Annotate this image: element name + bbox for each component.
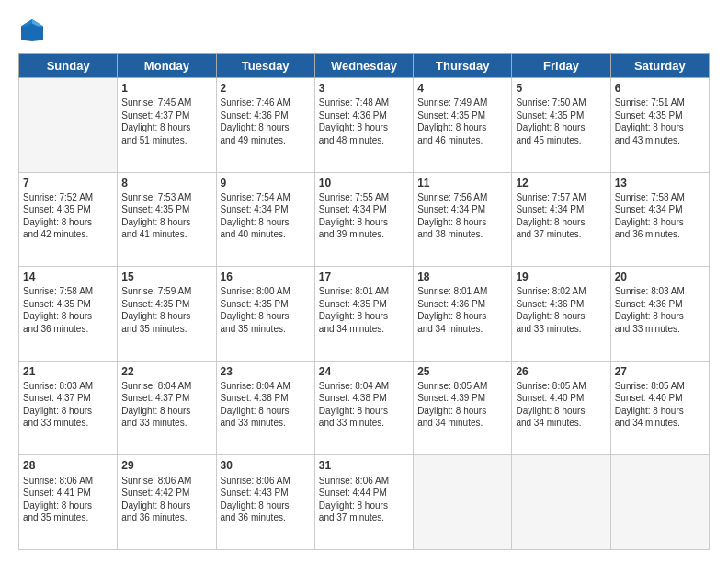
- day-number: 10: [319, 176, 409, 190]
- calendar-cell: 8Sunrise: 7:53 AM Sunset: 4:35 PM Daylig…: [118, 172, 216, 267]
- calendar-cell: 3Sunrise: 7:48 AM Sunset: 4:36 PM Daylig…: [314, 78, 413, 173]
- day-info: Sunrise: 8:06 AM Sunset: 4:44 PM Dayligh…: [319, 475, 409, 524]
- day-number: 30: [221, 458, 311, 473]
- day-number: 8: [121, 176, 211, 190]
- calendar-cell: [512, 455, 610, 550]
- day-number: 1: [121, 81, 211, 96]
- calendar-week-row: 21Sunrise: 8:03 AM Sunset: 4:37 PM Dayli…: [19, 361, 710, 455]
- calendar-cell: 30Sunrise: 8:06 AM Sunset: 4:43 PM Dayli…: [216, 455, 314, 550]
- day-number: 23: [221, 364, 311, 379]
- day-number: 24: [319, 364, 409, 379]
- calendar-cell: 17Sunrise: 8:01 AM Sunset: 4:35 PM Dayli…: [314, 267, 413, 362]
- day-number: 7: [23, 176, 113, 190]
- weekday-header: Friday: [512, 54, 610, 78]
- day-info: Sunrise: 7:55 AM Sunset: 4:34 PM Dayligh…: [319, 191, 409, 241]
- day-number: 3: [319, 81, 409, 96]
- day-number: 13: [615, 176, 705, 190]
- calendar-table: SundayMondayTuesdayWednesdayThursdayFrid…: [18, 53, 710, 550]
- day-number: 28: [23, 458, 113, 473]
- calendar-cell: 24Sunrise: 8:04 AM Sunset: 4:38 PM Dayli…: [314, 361, 413, 455]
- day-number: 27: [615, 364, 705, 379]
- calendar-cell: 13Sunrise: 7:58 AM Sunset: 4:34 PM Dayli…: [610, 172, 709, 267]
- weekday-header-row: SundayMondayTuesdayWednesdayThursdayFrid…: [19, 54, 710, 78]
- day-number: 14: [23, 270, 113, 284]
- day-number: 21: [23, 364, 113, 379]
- weekday-header: Tuesday: [216, 54, 314, 78]
- page: SundayMondayTuesdayWednesdayThursdayFrid…: [0, 0, 728, 563]
- calendar-cell: 4Sunrise: 7:49 AM Sunset: 4:35 PM Daylig…: [414, 78, 512, 173]
- day-info: Sunrise: 8:06 AM Sunset: 4:42 PM Dayligh…: [121, 475, 211, 524]
- day-info: Sunrise: 8:01 AM Sunset: 4:35 PM Dayligh…: [319, 285, 409, 335]
- calendar-cell: 1Sunrise: 7:45 AM Sunset: 4:37 PM Daylig…: [118, 78, 216, 173]
- calendar-cell: 14Sunrise: 7:58 AM Sunset: 4:35 PM Dayli…: [19, 267, 118, 362]
- calendar-cell: 27Sunrise: 8:05 AM Sunset: 4:40 PM Dayli…: [610, 361, 709, 455]
- calendar-cell: 7Sunrise: 7:52 AM Sunset: 4:35 PM Daylig…: [19, 172, 118, 267]
- weekday-header: Monday: [118, 54, 216, 78]
- logo-icon: [18, 17, 46, 44]
- calendar-cell: 29Sunrise: 8:06 AM Sunset: 4:42 PM Dayli…: [118, 455, 216, 550]
- day-number: 19: [516, 270, 606, 284]
- calendar-cell: [414, 455, 512, 550]
- day-info: Sunrise: 7:49 AM Sunset: 4:35 PM Dayligh…: [417, 97, 507, 146]
- day-info: Sunrise: 8:06 AM Sunset: 4:43 PM Dayligh…: [221, 475, 311, 524]
- day-info: Sunrise: 7:45 AM Sunset: 4:37 PM Dayligh…: [121, 97, 211, 146]
- day-info: Sunrise: 7:46 AM Sunset: 4:36 PM Dayligh…: [221, 97, 311, 146]
- day-info: Sunrise: 7:57 AM Sunset: 4:34 PM Dayligh…: [516, 191, 606, 241]
- day-info: Sunrise: 7:52 AM Sunset: 4:35 PM Dayligh…: [23, 191, 113, 241]
- day-number: 22: [121, 364, 211, 379]
- day-number: 20: [615, 270, 705, 284]
- header: [18, 17, 710, 44]
- day-info: Sunrise: 7:50 AM Sunset: 4:35 PM Dayligh…: [516, 97, 606, 146]
- calendar-cell: 21Sunrise: 8:03 AM Sunset: 4:37 PM Dayli…: [19, 361, 118, 455]
- day-info: Sunrise: 7:48 AM Sunset: 4:36 PM Dayligh…: [319, 97, 409, 146]
- day-info: Sunrise: 8:04 AM Sunset: 4:38 PM Dayligh…: [319, 380, 409, 430]
- calendar-cell: 31Sunrise: 8:06 AM Sunset: 4:44 PM Dayli…: [314, 455, 413, 550]
- day-info: Sunrise: 7:58 AM Sunset: 4:35 PM Dayligh…: [23, 285, 113, 335]
- day-number: 16: [221, 270, 311, 284]
- calendar-cell: 15Sunrise: 7:59 AM Sunset: 4:35 PM Dayli…: [118, 267, 216, 362]
- day-number: 17: [319, 270, 409, 284]
- calendar-cell: 22Sunrise: 8:04 AM Sunset: 4:37 PM Dayli…: [118, 361, 216, 455]
- day-info: Sunrise: 8:01 AM Sunset: 4:36 PM Dayligh…: [417, 285, 507, 335]
- calendar-cell: 6Sunrise: 7:51 AM Sunset: 4:35 PM Daylig…: [610, 78, 709, 173]
- day-info: Sunrise: 8:05 AM Sunset: 4:40 PM Dayligh…: [615, 380, 705, 430]
- day-info: Sunrise: 8:02 AM Sunset: 4:36 PM Dayligh…: [516, 285, 606, 335]
- calendar-week-row: 28Sunrise: 8:06 AM Sunset: 4:41 PM Dayli…: [19, 455, 710, 550]
- day-info: Sunrise: 8:04 AM Sunset: 4:38 PM Dayligh…: [221, 380, 311, 430]
- day-number: 15: [121, 270, 211, 284]
- calendar-cell: 12Sunrise: 7:57 AM Sunset: 4:34 PM Dayli…: [512, 172, 610, 267]
- day-info: Sunrise: 7:59 AM Sunset: 4:35 PM Dayligh…: [121, 285, 211, 335]
- day-info: Sunrise: 7:51 AM Sunset: 4:35 PM Dayligh…: [615, 97, 705, 146]
- day-number: 31: [319, 458, 409, 473]
- day-number: 26: [516, 364, 606, 379]
- day-number: 25: [417, 364, 507, 379]
- day-number: 29: [121, 458, 211, 473]
- calendar-cell: 25Sunrise: 8:05 AM Sunset: 4:39 PM Dayli…: [414, 361, 512, 455]
- calendar-cell: [19, 78, 118, 173]
- day-number: 2: [221, 81, 311, 96]
- day-info: Sunrise: 7:54 AM Sunset: 4:34 PM Dayligh…: [221, 191, 311, 241]
- weekday-header: Wednesday: [314, 54, 413, 78]
- calendar-week-row: 7Sunrise: 7:52 AM Sunset: 4:35 PM Daylig…: [19, 172, 710, 267]
- calendar-cell: 10Sunrise: 7:55 AM Sunset: 4:34 PM Dayli…: [314, 172, 413, 267]
- day-info: Sunrise: 8:05 AM Sunset: 4:39 PM Dayligh…: [417, 380, 507, 430]
- day-number: 18: [417, 270, 507, 284]
- calendar-cell: 19Sunrise: 8:02 AM Sunset: 4:36 PM Dayli…: [512, 267, 610, 362]
- weekday-header: Saturday: [610, 54, 709, 78]
- day-info: Sunrise: 8:06 AM Sunset: 4:41 PM Dayligh…: [23, 475, 113, 524]
- calendar-cell: 20Sunrise: 8:03 AM Sunset: 4:36 PM Dayli…: [610, 267, 709, 362]
- calendar-cell: 16Sunrise: 8:00 AM Sunset: 4:35 PM Dayli…: [216, 267, 314, 362]
- day-number: 11: [417, 176, 507, 190]
- calendar-cell: 2Sunrise: 7:46 AM Sunset: 4:36 PM Daylig…: [216, 78, 314, 173]
- calendar-cell: 23Sunrise: 8:04 AM Sunset: 4:38 PM Dayli…: [216, 361, 314, 455]
- calendar-week-row: 14Sunrise: 7:58 AM Sunset: 4:35 PM Dayli…: [19, 267, 710, 362]
- weekday-header: Thursday: [414, 54, 512, 78]
- day-number: 12: [516, 176, 606, 190]
- day-number: 9: [221, 176, 311, 190]
- calendar-week-row: 1Sunrise: 7:45 AM Sunset: 4:37 PM Daylig…: [19, 78, 710, 173]
- calendar-cell: 26Sunrise: 8:05 AM Sunset: 4:40 PM Dayli…: [512, 361, 610, 455]
- day-number: 4: [417, 81, 507, 96]
- logo: [18, 17, 50, 44]
- day-info: Sunrise: 8:00 AM Sunset: 4:35 PM Dayligh…: [221, 285, 311, 335]
- calendar-cell: [610, 455, 709, 550]
